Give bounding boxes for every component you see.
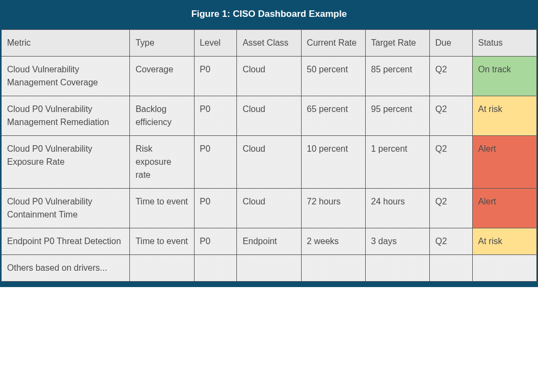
- col-header-asset: Asset Class: [237, 30, 301, 57]
- cell-due: [429, 255, 472, 282]
- cell-type: Time to event: [130, 228, 194, 255]
- table-row: Cloud P0 Vulnerability Exposure RateRisk…: [2, 136, 537, 189]
- cell-metric: Cloud P0 Vulnerability Containment Time: [2, 189, 130, 228]
- cell-metric: Cloud P0 Vulnerability Exposure Rate: [2, 136, 130, 189]
- cell-current: 10 percent: [301, 136, 365, 189]
- cell-level: P0: [194, 189, 237, 228]
- col-header-metric: Metric: [2, 30, 130, 57]
- cell-current: 50 percent: [301, 57, 365, 96]
- table-row: Endpoint P0 Threat DetectionTime to even…: [2, 228, 537, 255]
- cell-status: At risk: [472, 96, 536, 136]
- cell-asset: Cloud: [237, 96, 301, 136]
- cell-current: 72 hours: [301, 189, 365, 228]
- cell-current: 65 percent: [301, 96, 365, 136]
- cell-level: P0: [194, 228, 237, 255]
- table-header-row: Metric Type Level Asset Class Current Ra…: [2, 30, 537, 57]
- figure-title: Figure 1: CISO Dashboard Example: [1, 1, 537, 29]
- cell-status: On track: [472, 57, 536, 96]
- cell-status: [472, 255, 536, 282]
- cell-target: 1 percent: [365, 136, 429, 189]
- cell-type: Risk exposure rate: [130, 136, 194, 189]
- cell-due: Q2: [429, 189, 472, 228]
- cell-target: [365, 255, 429, 282]
- metrics-table: Metric Type Level Asset Class Current Ra…: [1, 29, 537, 282]
- cell-metric: Cloud P0 Vulnerability Management Remedi…: [2, 96, 130, 136]
- cell-target: 85 percent: [365, 57, 429, 96]
- cell-asset: Cloud: [237, 189, 301, 228]
- cell-level: P0: [194, 57, 237, 96]
- col-header-due: Due: [429, 30, 472, 57]
- cell-metric: Others based on drivers...: [2, 255, 130, 282]
- table-row: Cloud Vulnerability Management CoverageC…: [2, 57, 537, 96]
- footer-bar: [1, 282, 537, 286]
- cell-level: P0: [194, 96, 237, 136]
- cell-asset: Cloud: [237, 57, 301, 96]
- cell-due: Q2: [429, 57, 472, 96]
- cell-type: Backlog efficiency: [130, 96, 194, 136]
- cell-type: Coverage: [130, 57, 194, 96]
- cell-type: Time to event: [130, 189, 194, 228]
- ciso-dashboard: Figure 1: CISO Dashboard Example Metric …: [0, 0, 538, 287]
- cell-due: Q2: [429, 96, 472, 136]
- cell-type: [130, 255, 194, 282]
- cell-metric: Cloud Vulnerability Management Coverage: [2, 57, 130, 96]
- col-header-current: Current Rate: [301, 30, 365, 57]
- cell-level: [194, 255, 237, 282]
- cell-current: [301, 255, 365, 282]
- cell-asset: Cloud: [237, 136, 301, 189]
- col-header-target: Target Rate: [365, 30, 429, 57]
- cell-status: At risk: [472, 228, 536, 255]
- cell-asset: Endpoint: [237, 228, 301, 255]
- cell-target: 3 days: [365, 228, 429, 255]
- col-header-type: Type: [130, 30, 194, 57]
- table-row: Others based on drivers...: [2, 255, 537, 282]
- table-row: Cloud P0 Vulnerability Containment TimeT…: [2, 189, 537, 228]
- cell-metric: Endpoint P0 Threat Detection: [2, 228, 130, 255]
- table-row: Cloud P0 Vulnerability Management Remedi…: [2, 96, 537, 136]
- col-header-status: Status: [472, 30, 536, 57]
- cell-asset: [237, 255, 301, 282]
- cell-target: 24 hours: [365, 189, 429, 228]
- cell-status: Alert: [472, 189, 536, 228]
- cell-due: Q2: [429, 136, 472, 189]
- cell-due: Q2: [429, 228, 472, 255]
- cell-target: 95 percent: [365, 96, 429, 136]
- cell-status: Alert: [472, 136, 536, 189]
- cell-level: P0: [194, 136, 237, 189]
- cell-current: 2 weeks: [301, 228, 365, 255]
- col-header-level: Level: [194, 30, 237, 57]
